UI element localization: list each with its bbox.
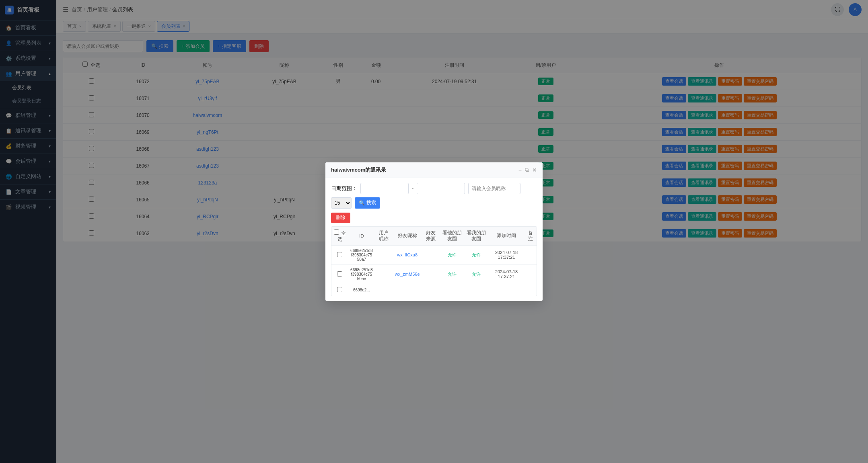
modal-cell-add-time <box>488 284 525 296</box>
friend-nick-link[interactable]: wx_lICxu8 <box>397 252 418 257</box>
modal-col-source: 好友来源 <box>422 227 440 246</box>
modal-search-button[interactable]: 🔍 搜索 <box>355 197 380 209</box>
modal-header: haiwaivmcom的通讯录 − ⧉ ✕ <box>325 162 543 178</box>
modal-col-select: 全选 <box>331 227 348 246</box>
modal-col-see-mine: 看我的朋友圈 <box>464 227 488 246</box>
modal-cell-user-nick <box>375 245 393 264</box>
modal-delete-button[interactable]: 删除 <box>331 213 350 223</box>
modal-cell-note <box>525 284 537 296</box>
modal-body: 日期范围： - 15 30 50 100 🔍 搜索 删除 <box>325 178 543 301</box>
date-range-label: 日期范围： <box>331 185 357 192</box>
modal-cell-id: 6698e2... <box>348 284 375 296</box>
modal-cell-id: 6698e251d8f398304c7550ae <box>348 264 375 284</box>
modal-controls: − ⧉ ✕ <box>518 166 537 173</box>
modal-cell-see-his <box>440 284 464 296</box>
modal-cell-id: 6698e251d8f398304c7550a7 <box>348 245 375 264</box>
modal-close-button[interactable]: ✕ <box>532 167 537 173</box>
modal-row-checkbox-2[interactable] <box>337 287 342 292</box>
modal-cell-user-nick <box>375 284 393 296</box>
modal-cell-see-mine <box>464 284 488 296</box>
modal-cell-source <box>422 284 440 296</box>
date-from-input[interactable] <box>360 183 409 194</box>
modal-cell-see-his: 允许 <box>440 264 464 284</box>
modal-cell-note <box>525 264 537 284</box>
modal-cell-friend-nick <box>393 284 422 296</box>
modal-table-row: 6698e2... <box>331 284 537 296</box>
modal-cell-source <box>422 245 440 264</box>
modal-table-row: 6698e251d8f398304c7550a7 wx_lICxu8 允许 允许… <box>331 245 537 264</box>
modal-col-see-his: 看他的朋友圈 <box>440 227 464 246</box>
keyword-input[interactable] <box>468 183 520 194</box>
modal-col-note: 备注 <box>525 227 537 246</box>
modal-row-checkbox-0[interactable] <box>337 252 342 257</box>
contacts-table: 全选 ID 用户昵称 好友昵称 好友来源 看他的朋友圈 看我的朋友圈 添加时间 … <box>331 227 537 296</box>
modal-select-all-label: 全选 <box>337 231 346 242</box>
modal-cell-see-his: 允许 <box>440 245 464 264</box>
modal-cell-see-mine: 允许 <box>464 245 488 264</box>
page-size-select[interactable]: 15 30 50 100 <box>331 197 352 209</box>
modal-title: haiwaivmcom的通讯录 <box>331 166 386 174</box>
modal-overlay[interactable]: haiwaivmcom的通讯录 − ⧉ ✕ 日期范围： - 15 30 50 1… <box>0 0 868 463</box>
modal-cell-friend-nick: wx_lICxu8 <box>393 245 422 264</box>
modal-cell-note <box>525 245 537 264</box>
modal-table-wrap: 全选 ID 用户昵称 好友昵称 好友来源 看他的朋友圈 看我的朋友圈 添加时间 … <box>331 226 537 296</box>
modal-col-add-time: 添加时间 <box>488 227 525 246</box>
modal-restore-button[interactable]: ⧉ <box>525 166 529 173</box>
friend-nick-link[interactable]: wx_zmM56e <box>395 272 420 277</box>
modal-col-id: ID <box>348 227 375 246</box>
modal-minimize-button[interactable]: − <box>518 167 522 173</box>
modal-cell-source <box>422 264 440 284</box>
contacts-modal: haiwaivmcom的通讯录 − ⧉ ✕ 日期范围： - 15 30 50 1… <box>325 162 543 301</box>
modal-col-friend-nick: 好友昵称 <box>393 227 422 246</box>
modal-select-all[interactable] <box>334 229 339 235</box>
modal-col-user-nick: 用户昵称 <box>375 227 393 246</box>
modal-filter: 日期范围： - 15 30 50 100 🔍 搜索 <box>331 183 537 209</box>
modal-cell-friend-nick: wx_zmM56e <box>393 264 422 284</box>
search-icon: 🔍 <box>359 200 365 206</box>
modal-table-row: 6698e251d8f398304c7550ae wx_zmM56e 允许 允许… <box>331 264 537 284</box>
modal-cell-add-time: 2024-07-18 17:37:21 <box>488 245 525 264</box>
modal-toolbar: 删除 <box>331 213 537 223</box>
date-separator: - <box>412 185 413 191</box>
modal-row-checkbox-1[interactable] <box>337 271 342 277</box>
modal-cell-user-nick <box>375 264 393 284</box>
date-to-input[interactable] <box>417 183 465 194</box>
modal-cell-add-time: 2024-07-18 17:37:21 <box>488 264 525 284</box>
modal-cell-see-mine: 允许 <box>464 264 488 284</box>
